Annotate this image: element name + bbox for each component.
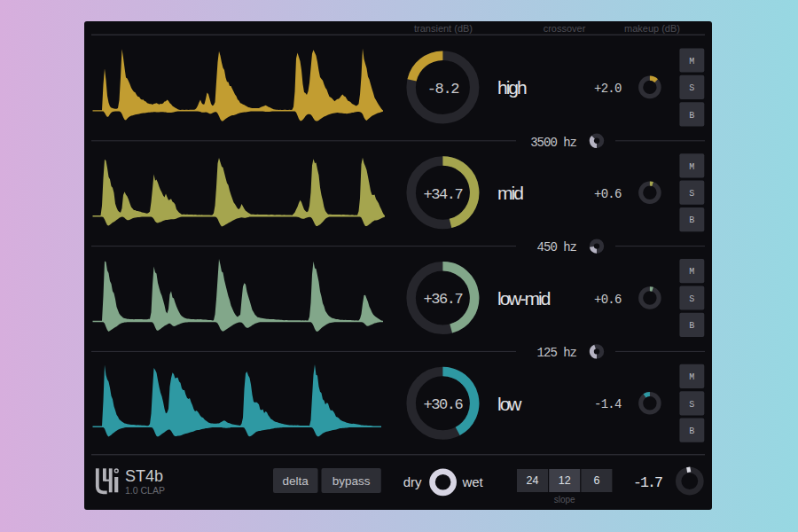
- svg-text:B: B: [689, 111, 694, 121]
- svg-text:low: low: [497, 394, 522, 414]
- svg-text:S: S: [689, 294, 694, 304]
- svg-text:low-mid: low-mid: [497, 288, 551, 309]
- svg-text:delta: delta: [283, 474, 309, 488]
- svg-text:makeup (dB): makeup (dB): [624, 23, 680, 34]
- svg-text:+36.7: +36.7: [423, 291, 462, 308]
- svg-text:S: S: [689, 189, 694, 199]
- svg-text:mid: mid: [497, 183, 523, 203]
- svg-text:slope: slope: [554, 495, 575, 505]
- svg-text:M: M: [689, 57, 694, 66]
- svg-text:+0.6: +0.6: [594, 293, 622, 307]
- svg-text:-1.7: -1.7: [633, 474, 662, 491]
- svg-text:ST4b: ST4b: [125, 467, 163, 485]
- svg-text:S: S: [689, 400, 694, 410]
- svg-text:S: S: [689, 83, 694, 93]
- svg-text:M: M: [689, 162, 694, 172]
- svg-text:crossover: crossover: [544, 23, 586, 34]
- svg-text:M: M: [689, 372, 694, 382]
- svg-text:1.0 CLAP: 1.0 CLAP: [125, 485, 165, 496]
- svg-text:bypass: bypass: [332, 474, 371, 488]
- svg-text:+2.0: +2.0: [594, 82, 622, 96]
- svg-text:125 hz: 125 hz: [537, 346, 577, 360]
- svg-text:-8.2: -8.2: [427, 81, 458, 98]
- svg-text:-1.4: -1.4: [594, 397, 622, 411]
- svg-text:M: M: [689, 267, 694, 277]
- svg-text:12: 12: [559, 474, 571, 487]
- svg-text:6: 6: [593, 474, 599, 487]
- svg-text:+30.6: +30.6: [423, 396, 463, 413]
- svg-text:transient (dB): transient (dB): [414, 23, 473, 34]
- svg-text:24: 24: [527, 474, 539, 487]
- svg-text:B: B: [689, 426, 694, 436]
- svg-text:high: high: [497, 77, 527, 98]
- svg-text:+34.7: +34.7: [423, 186, 462, 203]
- svg-text:B: B: [689, 215, 694, 225]
- svg-text:450 hz: 450 hz: [537, 240, 577, 254]
- svg-text:wet: wet: [461, 474, 483, 489]
- svg-text:B: B: [689, 321, 694, 331]
- svg-text:3500 hz: 3500 hz: [530, 136, 576, 150]
- svg-text:dry: dry: [403, 474, 422, 489]
- svg-text:+0.6: +0.6: [594, 187, 622, 201]
